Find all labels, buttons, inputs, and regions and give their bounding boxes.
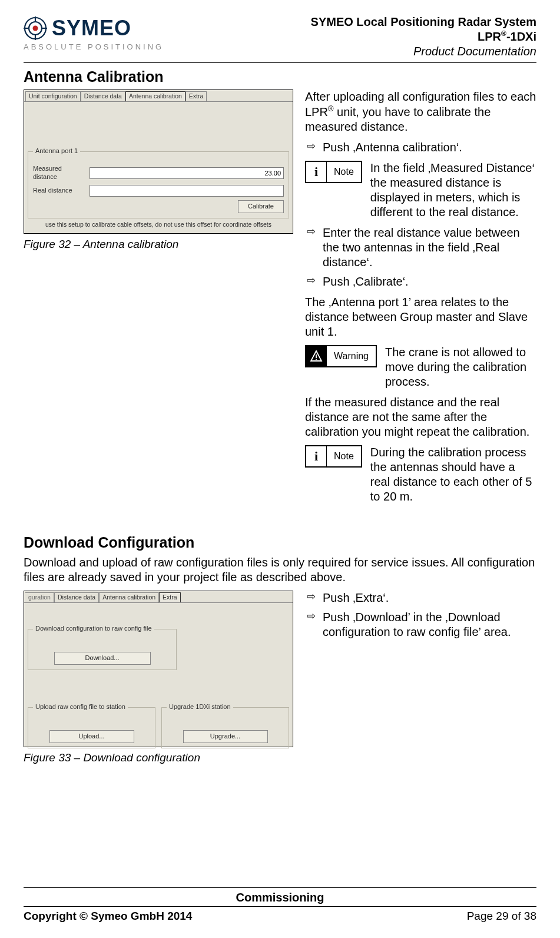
s1-p2: The ‚Antenna port 1’ area relates to the…: [305, 295, 536, 339]
s1-step2: ⇨ Enter the real distance value between …: [305, 226, 536, 270]
figure-33-caption: Figure 33 – Download configuration: [24, 751, 294, 765]
logo-icon: [24, 16, 47, 40]
groupbox-upgrade: Upgrade 1DXi station Upgrade...: [161, 707, 289, 748]
tab-extra[interactable]: Extra: [159, 592, 181, 602]
figure-33-tabs: guration Distance data Antenna calibrati…: [24, 591, 293, 602]
footer-section: Commissioning: [24, 888, 536, 906]
s2-intro: Download and upload of raw configuration…: [24, 555, 536, 585]
footer-copyright: Copyright © Symeo GmbH 2014: [24, 909, 192, 923]
groupbox-upload-legend: Upload raw config file to station: [33, 703, 128, 711]
s2-step1: ⇨ Push ‚Extra‘.: [305, 591, 536, 605]
note-badge: i Note: [305, 445, 362, 468]
figure-32-hint: use this setup to calibrate cable offset…: [28, 221, 289, 228]
label-real-distance: Real distance: [33, 187, 86, 195]
warning-badge: Warning: [305, 345, 377, 367]
groupbox-antenna-port1: Antenna port 1 Measured distance Real di…: [28, 151, 289, 218]
figure-33-panel: guration Distance data Antenna calibrati…: [24, 591, 293, 747]
groupbox-download: Download configuration to raw config fil…: [28, 629, 177, 670]
tab-truncated[interactable]: guration: [25, 592, 54, 602]
s1-step3: ⇨ Push ‚Calibrate‘.: [305, 274, 536, 289]
tab-unit-config[interactable]: Unit configuration: [25, 91, 81, 101]
svg-point-2: [33, 25, 38, 31]
figure-32-caption: Figure 32 – Antenna calibration: [24, 237, 294, 251]
tab-extra[interactable]: Extra: [185, 91, 207, 101]
info-icon: i: [306, 446, 327, 466]
groupbox-upgrade-legend: Upgrade 1DXi station: [167, 703, 233, 711]
tab-distance-data[interactable]: Distance data: [81, 91, 125, 101]
header-line3: Product Documentation: [311, 44, 536, 59]
download-button[interactable]: Download...: [54, 652, 151, 665]
logo-subtitle: ABSOLUTE POSITIONING: [24, 42, 164, 52]
input-measured-distance[interactable]: [90, 167, 284, 179]
note-badge: i Note: [305, 161, 362, 183]
footer-page: Page 29 of 38: [467, 909, 536, 923]
s1-p1: After uploading all configuration files …: [305, 90, 536, 134]
header-right: SYMEO Local Positioning Radar System LPR…: [311, 15, 536, 59]
upload-button[interactable]: Upload...: [49, 730, 134, 743]
arrow-icon: ⇨: [305, 140, 317, 155]
s1-step1: ⇨ Push ‚Antenna calibration‘.: [305, 140, 536, 155]
groupbox-legend: Antenna port 1: [33, 147, 80, 155]
header-line2: LPR®-1DXi: [311, 29, 536, 44]
figure-32-panel: Unit configuration Distance data Antenna…: [24, 90, 293, 234]
upgrade-button[interactable]: Upgrade...: [183, 730, 268, 743]
arrow-icon: ⇨: [305, 610, 317, 639]
tab-distance-data[interactable]: Distance data: [54, 592, 99, 602]
page-header: SYMEO ABSOLUTE POSITIONING SYMEO Local P…: [24, 15, 536, 63]
s1-note2-text: During the calibration process the anten…: [370, 445, 536, 504]
logo-text: SYMEO: [52, 15, 131, 41]
header-line1: SYMEO Local Positioning Radar System: [311, 15, 536, 29]
groupbox-download-legend: Download configuration to raw config fil…: [33, 625, 154, 633]
label-measured-distance: Measured distance: [33, 165, 86, 181]
warning-icon: [306, 346, 327, 366]
arrow-icon: ⇨: [305, 274, 317, 289]
calibrate-button[interactable]: Calibrate: [238, 200, 284, 213]
tab-antenna-calibration[interactable]: Antenna calibration: [125, 91, 185, 101]
tab-antenna-calibration[interactable]: Antenna calibration: [99, 592, 159, 602]
section-title-download: Download Configuration: [24, 533, 536, 552]
info-icon: i: [306, 162, 327, 182]
page-footer: Commissioning Copyright © Symeo GmbH 201…: [24, 887, 536, 923]
input-real-distance[interactable]: [90, 185, 284, 197]
s1-p3: If the measured distance and the real di…: [305, 395, 536, 439]
groupbox-upload: Upload raw config file to station Upload…: [28, 707, 155, 748]
arrow-icon: ⇨: [305, 226, 317, 270]
s1-note1-text: In the field ‚Measured Distance‘ the mea…: [370, 161, 536, 220]
arrow-icon: ⇨: [305, 591, 317, 605]
s1-warn-text: The crane is not allowed to move during …: [385, 345, 536, 389]
logo-block: SYMEO ABSOLUTE POSITIONING: [24, 15, 164, 52]
figure-32-tabs: Unit configuration Distance data Antenna…: [24, 90, 293, 101]
section-title-antenna: Antenna Calibration: [24, 68, 536, 86]
svg-point-9: [316, 359, 317, 360]
s2-step2: ⇨ Push ‚Download’ in the ‚Download confi…: [305, 610, 536, 639]
